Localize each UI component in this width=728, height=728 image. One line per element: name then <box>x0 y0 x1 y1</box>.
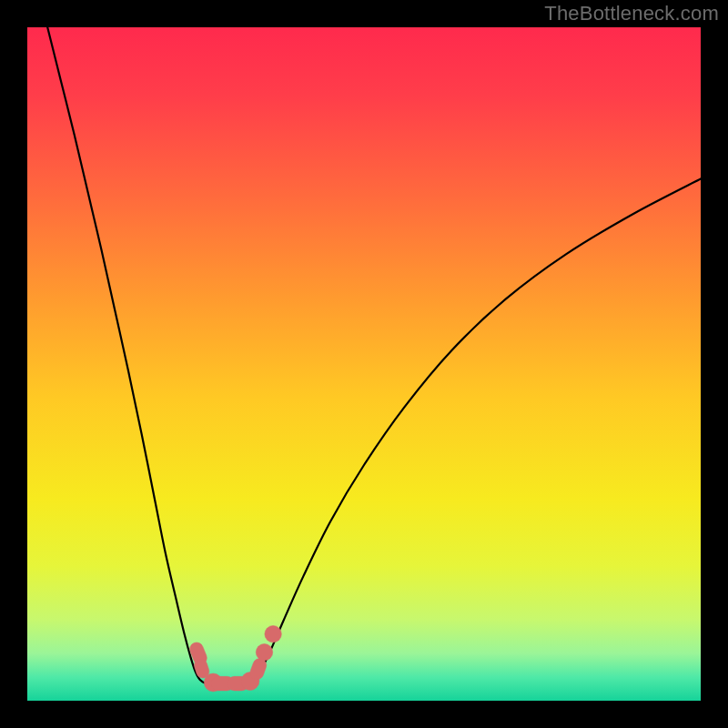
chart-stage: TheBottleneck.com <box>0 0 728 728</box>
curve-marker <box>256 643 273 661</box>
curve-marker <box>265 625 282 642</box>
chart-background <box>27 27 701 701</box>
chart-svg <box>0 0 728 728</box>
watermark-text: TheBottleneck.com <box>544 2 719 25</box>
